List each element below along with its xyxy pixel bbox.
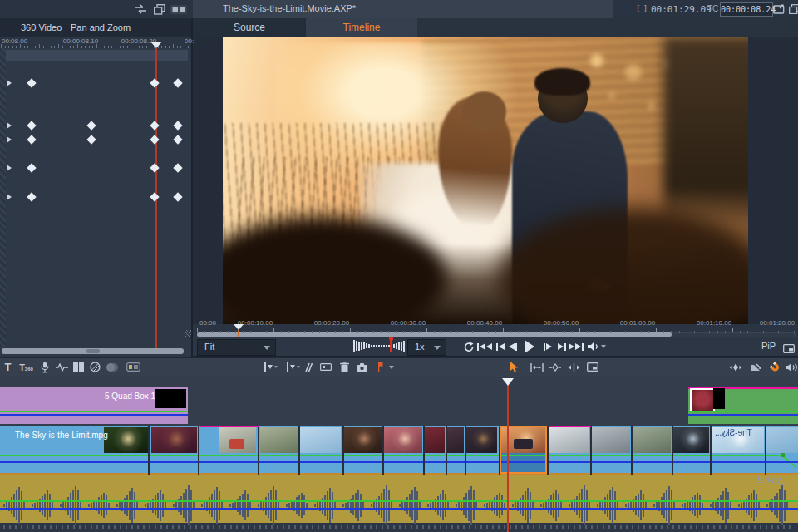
preview-playhead-marker[interactable]: [234, 324, 244, 330]
ducking-icon[interactable]: [747, 360, 763, 374]
marker-in-icon[interactable]: [263, 360, 278, 374]
clip-thumbnail[interactable]: [384, 427, 422, 453]
multicam-grid-icon[interactable]: [71, 360, 86, 374]
audio-waveform-bar: [414, 487, 416, 524]
tab-pan-and-zoom[interactable]: Pan and Zoom: [71, 22, 131, 32]
audio-waveform-bar: [77, 490, 79, 520]
next-track-dash: [719, 525, 721, 529]
subeditor-pip-icon[interactable]: [584, 360, 600, 374]
blend-circle-icon[interactable]: [104, 360, 120, 374]
audio-waveform-bar: [586, 490, 588, 520]
audio-track[interactable]: [0, 475, 798, 523]
trim-mode-icon[interactable]: [529, 360, 544, 374]
keyframe-row-caret[interactable]: [7, 165, 12, 171]
clip-thumbnail[interactable]: [592, 427, 630, 453]
clip-thumbnail[interactable]: [219, 427, 256, 453]
audio-waveform-bar: [357, 490, 359, 520]
next-track-dash: [725, 525, 727, 529]
clip-thumbnail[interactable]: [343, 427, 382, 453]
ruler-tick: [357, 331, 358, 333]
clip-thumbnail[interactable]: [766, 427, 798, 453]
keyframe-playhead-marker[interactable]: [150, 42, 162, 48]
clip-thumbnail[interactable]: [466, 427, 497, 453]
audio-keyframe-icon[interactable]: [727, 360, 743, 374]
clip-thumbnail[interactable]: [673, 427, 709, 453]
audio-waveform-bar: [44, 494, 46, 518]
audio-scrub-icon[interactable]: [784, 360, 798, 374]
timeline-playhead-line[interactable]: [507, 384, 509, 532]
razor-icon[interactable]: [300, 360, 316, 374]
title-360-icon[interactable]: T360: [18, 360, 34, 374]
marker-out-icon[interactable]: [285, 360, 301, 374]
snapshot-camera-icon[interactable]: [354, 360, 370, 374]
volume-button[interactable]: [586, 337, 608, 356]
select-cursor-icon[interactable]: [506, 360, 522, 374]
thumbnail-accent: [229, 439, 245, 449]
playback-speed-dropdown[interactable]: 1x: [407, 339, 446, 356]
shuttle-speed-control[interactable]: [352, 337, 406, 354]
clip-thumbnail[interactable]: [151, 427, 197, 453]
preview-video-frame[interactable]: [223, 37, 748, 324]
mask-circle-icon[interactable]: [87, 360, 103, 374]
audio-waveform-bar: [569, 504, 570, 507]
tab-timeline[interactable]: Timeline: [306, 18, 417, 37]
ab-camera-icon[interactable]: [126, 360, 141, 374]
clip-thumbnail[interactable]: [104, 427, 148, 453]
split-gap-icon[interactable]: [566, 360, 582, 374]
trash-icon[interactable]: [337, 360, 352, 374]
clip-thumbnail[interactable]: [299, 427, 341, 453]
pip-label[interactable]: PiP: [761, 341, 776, 351]
zoom-fit-dropdown[interactable]: Fit: [197, 339, 276, 356]
timecode-field[interactable]: 00:00:08.24: [720, 2, 773, 17]
next-track-dash: [67, 525, 69, 529]
keyframe-row-caret[interactable]: [7, 80, 12, 86]
play-button[interactable]: [520, 337, 539, 356]
clip-thumbnail[interactable]: [425, 427, 445, 453]
keyframe-row-caret[interactable]: [7, 194, 12, 200]
next-track-dash: [422, 525, 424, 529]
step-back-button[interactable]: [504, 337, 522, 356]
duplicate-window-icon[interactable]: [152, 2, 167, 16]
tab-360-video[interactable]: 360 Video: [21, 22, 62, 32]
clip-thumbnail[interactable]: [260, 427, 298, 453]
clip-thumbnail[interactable]: [633, 427, 671, 453]
dynamic-trim-icon[interactable]: [547, 360, 563, 374]
ruler-tick: [43, 46, 44, 48]
voiceover-mic-icon[interactable]: [37, 360, 52, 374]
audio-waveform-bar: [666, 490, 667, 521]
dual-view-icon[interactable]: [170, 2, 188, 16]
keyframe-row-caret[interactable]: [7, 136, 12, 143]
pip-icon[interactable]: [783, 342, 795, 357]
flag-dropdown-icon[interactable]: [383, 360, 399, 374]
swap-preview-icon[interactable]: [133, 2, 148, 16]
audio-waveform-bar: [378, 496, 380, 515]
keyframe-row-caret[interactable]: [7, 122, 12, 129]
undock-window-icon[interactable]: [771, 2, 786, 16]
tc-label: TC: [707, 4, 718, 13]
keyframe-selected-band: [6, 50, 188, 61]
title-icon[interactable]: T: [0, 360, 16, 374]
next-track-dash: [85, 525, 86, 529]
copy-view-icon[interactable]: [786, 2, 798, 16]
keyframe-strip-icon[interactable]: [318, 360, 333, 374]
audio-waveform-bar: [201, 504, 203, 507]
ruler-tick: [572, 331, 573, 333]
next-track-dash: [515, 525, 517, 529]
clip-thumbnail[interactable]: [447, 427, 464, 453]
next-track-dash: [556, 525, 558, 529]
timeline-playhead-marker[interactable]: [502, 378, 514, 386]
ruler-label: 00:01:00.00: [620, 319, 655, 327]
next-track-dash: [44, 525, 46, 529]
keyframe-scrollbar-handle[interactable]: [86, 349, 100, 353]
score-wave-icon[interactable]: [54, 360, 70, 374]
clip-thumbnail[interactable]: [549, 427, 589, 453]
ruler-tick: [335, 331, 336, 333]
audio-waveform-bar: [268, 493, 269, 517]
ruler-tick: [679, 331, 680, 333]
preview-playhead-line[interactable]: [238, 330, 239, 337]
green-keyframe-node[interactable]: [781, 453, 785, 457]
shuttle-bar: [356, 341, 357, 351]
jump-end-button[interactable]: [567, 337, 585, 356]
tab-source[interactable]: Source: [193, 18, 306, 37]
magnet-icon[interactable]: [767, 360, 783, 374]
